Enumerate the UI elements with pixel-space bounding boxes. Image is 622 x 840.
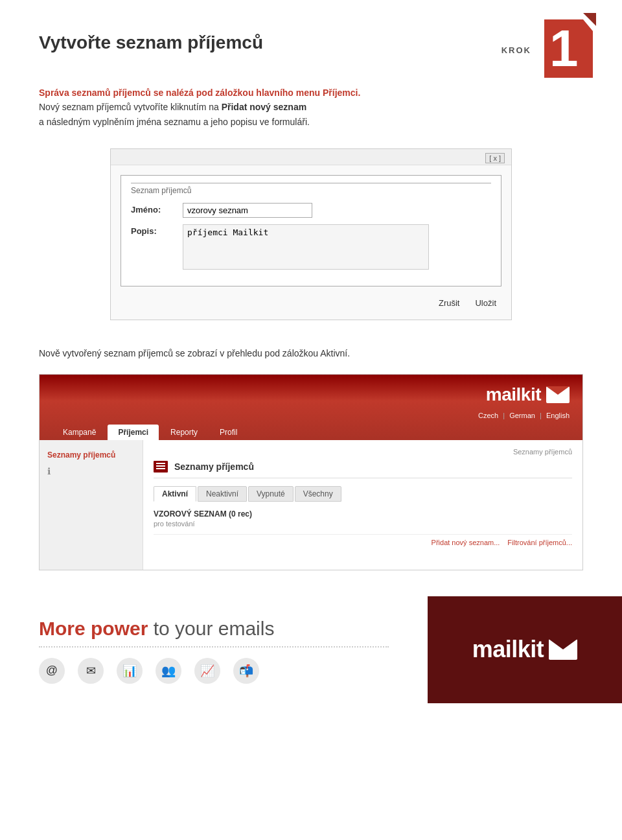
app-sidebar: Seznamy příjemců ℹ bbox=[40, 440, 143, 570]
app-tabs: Aktivní Neaktivní Vypnuté Všechny bbox=[154, 486, 572, 502]
app-nav: Kampaně Příjemci Reporty Profil bbox=[52, 425, 570, 440]
add-new-list-link[interactable]: Přidat nový seznam... bbox=[432, 539, 500, 546]
dialog-group-label: Seznam příjemců bbox=[131, 183, 491, 195]
desc2-bold: Aktivní. bbox=[320, 348, 350, 358]
dialog-inner: Seznam příjemců Jméno: Popis: příjemci M… bbox=[121, 175, 501, 286]
field-label-name: Jméno: bbox=[131, 203, 183, 215]
icon-chart: 📊 bbox=[117, 658, 143, 684]
icon-email: @ bbox=[39, 658, 65, 684]
icon-envelope: ✉ bbox=[78, 658, 104, 684]
sidebar-link-seznamy[interactable]: Seznamy příjemců bbox=[40, 447, 143, 463]
step-bg-square: 1 bbox=[544, 19, 593, 78]
lang-english[interactable]: English bbox=[546, 412, 570, 419]
nav-tab-prijemci[interactable]: Příjemci bbox=[108, 425, 159, 440]
icon-people: 👥 bbox=[156, 658, 181, 684]
lang-czech[interactable]: Czech bbox=[478, 412, 498, 419]
logo-envelope-icon bbox=[546, 386, 570, 403]
cancel-button[interactable]: Zrušit bbox=[433, 296, 465, 310]
info-icon[interactable]: ℹ bbox=[40, 463, 143, 479]
app-header-inner: mailkit bbox=[52, 384, 570, 405]
popis-textarea[interactable]: příjemci Mailkit bbox=[183, 224, 429, 270]
filter-link[interactable]: Filtrování příjemců... bbox=[507, 539, 572, 546]
save-button[interactable]: Uložit bbox=[470, 296, 501, 310]
bottom-logo-envelope-icon bbox=[549, 639, 577, 660]
lang-sep-1: | bbox=[503, 412, 507, 419]
app-main: Seznamy příjemců Seznamy příjemců Aktivn… bbox=[143, 440, 582, 570]
section-title: Seznamy příjemců bbox=[174, 461, 254, 472]
tagline: More power to your emails bbox=[39, 616, 389, 641]
field-label-popis: Popis: bbox=[131, 224, 183, 236]
dialog-close-button[interactable]: [ x ] bbox=[485, 153, 505, 163]
nav-tab-reporty[interactable]: Reporty bbox=[160, 425, 208, 440]
nav-tab-kampane[interactable]: Kampaně bbox=[52, 425, 106, 440]
breadcrumb: Seznamy příjemců bbox=[154, 448, 572, 456]
list-entry-name[interactable]: VZOROVÝ SEZNAM (0 rec) bbox=[154, 509, 572, 519]
app-header: mailkit Czech | German | English Kampaně… bbox=[40, 375, 582, 440]
dialog-box: [ x ] Seznam příjemců Jméno: Popis: příj… bbox=[110, 148, 512, 320]
dotted-line bbox=[39, 646, 389, 648]
top-section: Vytvořte seznam příjemců KROK 1 bbox=[0, 0, 622, 86]
tab-vypnute[interactable]: Vypnuté bbox=[248, 486, 294, 502]
step-number-block: 1 bbox=[538, 13, 596, 84]
highlight-text: Správa seznamů příjemců se nalézá pod zá… bbox=[39, 88, 360, 98]
nav-tab-profil[interactable]: Profil bbox=[209, 425, 248, 440]
list-entry: VZOROVÝ SEZNAM (0 rec) pro testování bbox=[154, 509, 572, 528]
tagline-accent: More power bbox=[39, 618, 148, 639]
dialog-wrapper: [ x ] Seznam příjemců Jméno: Popis: příj… bbox=[0, 142, 622, 340]
name-input[interactable] bbox=[183, 203, 312, 218]
logo-text: mailkit bbox=[486, 384, 541, 405]
lang-bar: Czech | German | English bbox=[52, 412, 570, 419]
icon-send: 📬 bbox=[233, 658, 259, 684]
app-main-header: Seznamy příjemců bbox=[154, 461, 572, 478]
lang-sep-2: | bbox=[540, 412, 544, 419]
list-icon bbox=[154, 461, 168, 472]
description-section-1: Správa seznamů příjemců se nalézá pod zá… bbox=[0, 86, 622, 129]
bottom-left: More power to your emails @ ✉ 📊 👥 📈 📬 bbox=[0, 596, 428, 703]
dialog-field-popis: Popis: příjemci Mailkit bbox=[131, 224, 491, 270]
desc2-text: Nově vytvořený seznam příjemců se zobraz… bbox=[39, 348, 320, 358]
bottom-right: mailkit bbox=[428, 596, 622, 703]
tagline-rest: to your emails bbox=[148, 618, 274, 639]
bottom-icons: @ ✉ 📊 👥 📈 📬 bbox=[39, 658, 389, 684]
dialog-field-name: Jméno: bbox=[131, 203, 491, 218]
app-body: Seznamy příjemců ℹ Seznamy příjemců Sezn… bbox=[40, 440, 582, 570]
desc-bold: Přidat nový seznam bbox=[222, 102, 307, 112]
dialog-topbar: [ x ] bbox=[111, 149, 511, 165]
app-footer-actions: Přidat nový seznam... Filtrování příjemc… bbox=[154, 534, 572, 546]
description-section-2: Nově vytvořený seznam příjemců se zobraz… bbox=[0, 340, 622, 373]
list-entry-desc: pro testování bbox=[154, 520, 572, 528]
bottom-logo: mailkit bbox=[472, 636, 578, 663]
bottom-section: More power to your emails @ ✉ 📊 👥 📈 📬 ma… bbox=[0, 596, 622, 703]
desc-text-1: Nový seznam příjemců vytvoříte kliknutím… bbox=[39, 102, 222, 112]
icon-analytics: 📈 bbox=[194, 658, 220, 684]
step-badge: KROK 1 bbox=[501, 13, 596, 84]
mailkit-logo: mailkit bbox=[486, 384, 570, 405]
step-num: 1 bbox=[549, 23, 579, 75]
tab-neaktivni[interactable]: Neaktivní bbox=[198, 486, 247, 502]
lang-german[interactable]: German bbox=[509, 412, 535, 419]
tab-aktivni[interactable]: Aktivní bbox=[154, 486, 196, 502]
tab-vsechny[interactable]: Všechny bbox=[295, 486, 341, 502]
dialog-actions: Zrušit Uložit bbox=[111, 296, 511, 310]
step-label: KROK bbox=[501, 13, 531, 55]
bottom-logo-text: mailkit bbox=[472, 636, 544, 663]
desc-text-2: a následným vyplněním jména seznamu a je… bbox=[39, 117, 310, 127]
app-screenshot: mailkit Czech | German | English Kampaně… bbox=[39, 374, 583, 570]
